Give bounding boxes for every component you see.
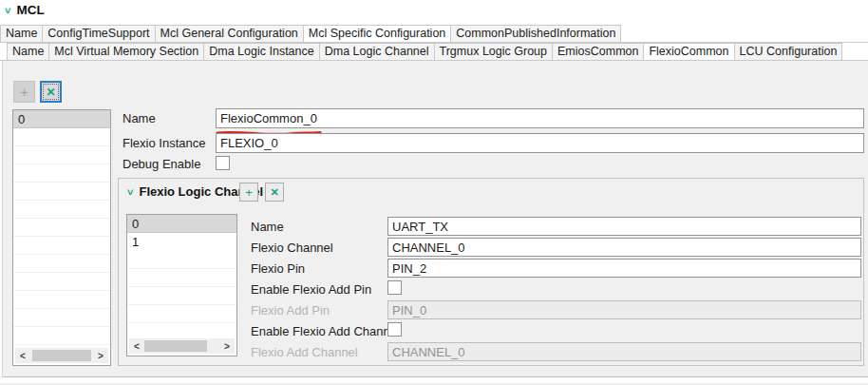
channel-list-empty-rows [127,251,236,337]
tab-lcu-configuration[interactable]: LCU Configuration [734,43,843,60]
secondary-tab-bar: Name Mcl Virtual Memory Section Dma Logi… [0,43,868,61]
tab-trgmux-logic-group[interactable]: Trgmux Logic Group [434,43,553,60]
tab-commonpublishedinformation[interactable]: CommonPublishedInformation [450,25,621,42]
scrollbar-thumb[interactable] [32,350,91,361]
flexio-add-channel-input [387,342,861,361]
collapse-chevron-icon[interactable]: ˅ [5,4,10,17]
debug-enable-checkbox[interactable] [216,156,230,170]
list-item-0[interactable]: 0 [13,110,110,128]
tab-configtimesupport[interactable]: ConfigTimeSupport [42,25,155,42]
name-label: Name [123,108,156,128]
flexio-channel-label: Flexio Channel [251,238,333,258]
enable-flexio-add-channel-checkbox[interactable] [387,322,402,337]
flexio-logic-channel-group: ˅ Flexio Logic Channel + ✕ 0 1 < > Name … [118,178,864,366]
scroll-left-icon[interactable]: < [132,341,142,352]
flexiocommon-panel: + ✕ 0 < > Name Flexio Instance Debug Ena… [2,61,868,377]
tab-name-2[interactable]: Name [7,43,49,60]
page-title: MCL [16,3,44,17]
scroll-left-icon[interactable]: < [18,351,28,361]
enable-flexio-add-pin-label: Enable Flexio Add Pin [251,279,371,299]
group-collapse-chevron-icon[interactable]: ˅ [127,185,133,199]
channel-remove-button[interactable]: ✕ [265,183,284,202]
channel-list[interactable]: 0 1 < > [126,214,237,356]
horizontal-scrollbar[interactable]: < > [15,348,108,363]
tab-mcl-virtual-memory-section[interactable]: Mcl Virtual Memory Section [48,43,204,60]
mcl-configuration-view: ˅ MCL Name ConfigTimeSupport Mcl General… [0,0,868,385]
flexio-instance-input[interactable] [216,133,864,153]
enable-flexio-add-pin-checkbox[interactable] [387,280,402,295]
flexio-pin-input[interactable] [387,259,861,278]
flexiocommon-item-list[interactable]: 0 < > [12,109,111,366]
flexio-add-pin-label: Flexio Add Pin [251,300,330,320]
flexio-add-channel-label: Flexio Add Channel [251,342,358,362]
scroll-right-icon[interactable]: > [222,341,232,352]
flexio-add-pin-input [387,300,861,319]
tab-name[interactable]: Name [0,25,43,42]
tab-dma-logic-instance[interactable]: Dma Logic Instance [203,43,319,60]
bottom-divider [0,377,868,385]
channel-list-item-0[interactable]: 0 [127,215,236,233]
debug-enable-label: Debug Enable [123,154,200,174]
channel-name-label: Name [251,217,284,237]
tab-emioscommon[interactable]: EmiosCommon [552,43,644,60]
channel-list-item-1[interactable]: 1 [127,233,236,251]
name-input[interactable] [216,108,864,128]
primary-tab-bar: Name ConfigTimeSupport Mcl General Confi… [0,25,868,43]
remove-item-button[interactable]: ✕ [40,81,62,103]
flexio-instance-label: Flexio Instance [123,133,205,153]
tab-dma-logic-channel[interactable]: Dma Logic Channel [319,43,435,60]
flexio-pin-label: Flexio Pin [251,259,305,279]
channel-horizontal-scrollbar[interactable]: < > [129,338,235,354]
section-header: ˅ MCL [5,3,45,17]
flexio-channel-input[interactable] [387,238,861,257]
tab-mcl-general-configuration[interactable]: Mcl General Configuration [155,25,304,42]
scroll-right-icon[interactable]: > [96,351,105,361]
scrollbar-thumb[interactable] [144,340,207,352]
enable-flexio-add-channel-label: Enable Flexio Add Channel [251,321,400,341]
add-item-button[interactable]: + [13,81,35,103]
channel-add-button[interactable]: + [239,183,258,202]
tab-flexiocommon[interactable]: FlexioCommon [643,43,734,60]
channel-name-input[interactable] [387,217,861,236]
list-empty-rows [13,128,110,347]
tab-mcl-specific-configuration[interactable]: Mcl Specific Configuration [303,25,452,42]
